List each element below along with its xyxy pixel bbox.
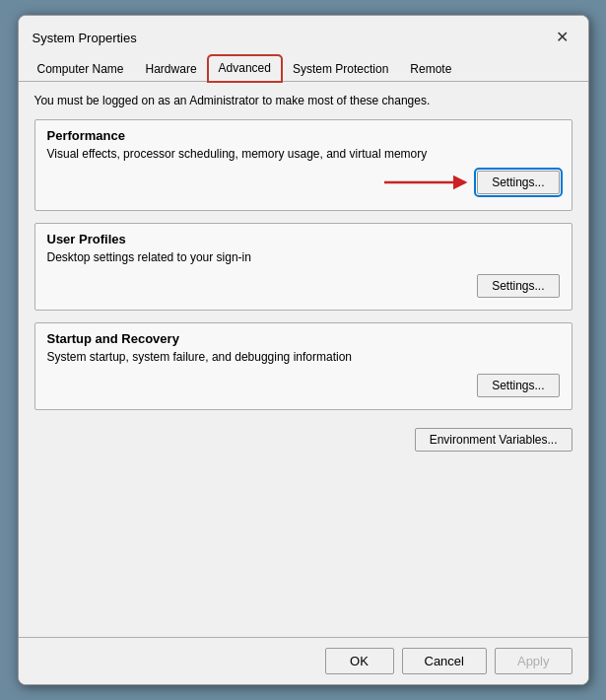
tabs-bar: Computer Name Hardware Advanced System P…: [19, 49, 588, 82]
arrow-row: Settings...: [47, 171, 560, 194]
dialog-title: System Properties: [33, 31, 137, 45]
performance-desc: Visual effects, processor scheduling, me…: [47, 147, 560, 161]
apply-button[interactable]: Apply: [495, 648, 572, 674]
user-profiles-btn-row: Settings...: [47, 274, 560, 298]
tab-advanced[interactable]: Advanced: [208, 55, 282, 82]
footer: OK Cancel Apply: [19, 637, 588, 684]
tab-computer-name[interactable]: Computer Name: [27, 55, 135, 81]
user-profiles-settings-button[interactable]: Settings...: [477, 274, 559, 298]
user-profiles-title: User Profiles: [47, 232, 560, 246]
system-properties-dialog: System Properties ✕ Computer Name Hardwa…: [18, 15, 589, 685]
performance-title: Performance: [47, 128, 560, 143]
tab-system-protection[interactable]: System Protection: [282, 55, 399, 81]
startup-recovery-section: Startup and Recovery System startup, sys…: [34, 322, 572, 410]
ok-button[interactable]: OK: [325, 648, 394, 674]
user-profiles-section: User Profiles Desktop settings related t…: [34, 223, 572, 311]
close-button[interactable]: ✕: [551, 26, 574, 49]
startup-recovery-btn-row: Settings...: [47, 374, 560, 397]
title-bar: System Properties ✕: [19, 16, 588, 49]
startup-recovery-desc: System startup, system failure, and debu…: [47, 350, 560, 364]
tab-remote[interactable]: Remote: [399, 55, 462, 81]
arrow-icon: [384, 172, 473, 193]
tab-content: You must be logged on as an Administrato…: [19, 82, 588, 637]
startup-recovery-settings-button[interactable]: Settings...: [477, 374, 559, 397]
cancel-button[interactable]: Cancel: [402, 648, 487, 674]
user-profiles-desc: Desktop settings related to your sign-in: [47, 250, 560, 264]
startup-recovery-title: Startup and Recovery: [47, 331, 560, 346]
performance-settings-button[interactable]: Settings...: [477, 171, 559, 194]
env-btn-row: Environment Variables...: [34, 428, 572, 452]
admin-notice: You must be logged on as an Administrato…: [34, 94, 572, 107]
performance-section: Performance Visual effects, processor sc…: [34, 119, 572, 211]
environment-variables-button[interactable]: Environment Variables...: [415, 428, 572, 452]
tab-hardware[interactable]: Hardware: [135, 55, 208, 81]
